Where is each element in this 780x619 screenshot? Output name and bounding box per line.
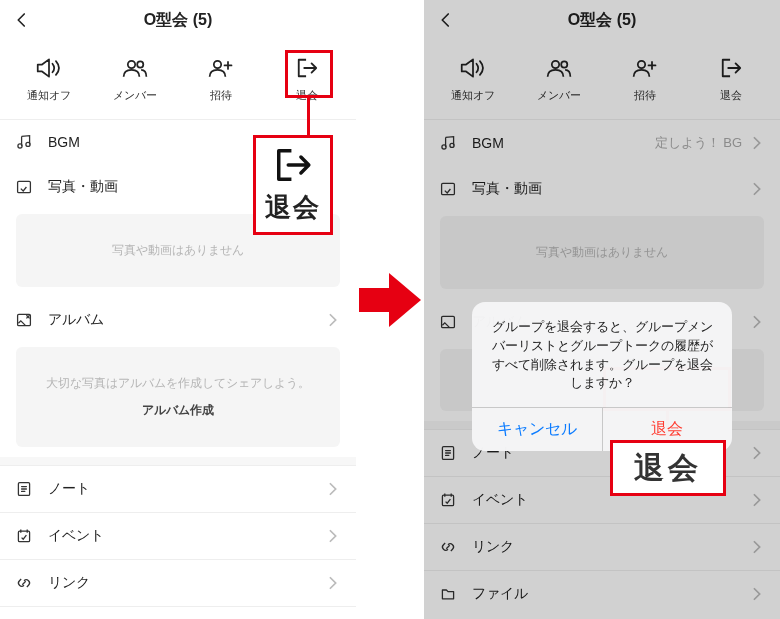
row-bgm-label: BGM (472, 135, 655, 151)
svg-point-9 (552, 61, 559, 68)
action-leave[interactable]: 退会 (691, 54, 771, 103)
photo-icon (16, 179, 38, 195)
callout-leave: 退会 (253, 135, 333, 235)
svg-point-11 (638, 61, 645, 68)
album-placeholder[interactable]: 大切な写真はアルバムを作成してシェアしよう。 アルバム作成 (16, 347, 340, 447)
action-invite-label: 招待 (634, 88, 656, 103)
row-links[interactable]: リンク (424, 523, 780, 570)
chevron-right-icon (326, 529, 340, 543)
svg-point-2 (214, 61, 221, 68)
action-mute-label: 通知オフ (451, 88, 495, 103)
row-events-label: イベント (48, 527, 318, 545)
row-links[interactable]: リンク (0, 559, 356, 606)
svg-rect-8 (18, 531, 29, 541)
calendar-icon (440, 492, 462, 508)
action-members-label: メンバー (537, 88, 581, 103)
chevron-right-icon (750, 136, 764, 150)
row-album[interactable]: アルバム (0, 297, 356, 343)
action-mute[interactable]: 通知オフ (433, 54, 513, 103)
row-events[interactable]: イベント (0, 512, 356, 559)
calendar-icon (16, 528, 38, 544)
row-files-label: ファイル (472, 585, 742, 603)
confirm-dialog: グループを退会すると、グループメンバーリストとグループトークの履歴がすべて削除さ… (472, 302, 732, 451)
page-title: O型会 (5) (432, 10, 772, 31)
media-placeholder: 写真や動画はありません (440, 216, 764, 289)
leave-icon (272, 146, 314, 184)
photo-icon (440, 181, 462, 197)
screen-after: O型会 (5) 通知オフ メンバー 招待 退会 (424, 0, 780, 619)
speaker-icon (36, 54, 62, 82)
chevron-right-icon (750, 493, 764, 507)
action-invite[interactable]: 招待 (605, 54, 685, 103)
svg-point-10 (561, 61, 567, 67)
highlight-leave-button (285, 50, 333, 98)
callout-leave-big: 退会 (610, 440, 726, 496)
album-placeholder-text: 大切な写真はアルバムを作成してシェアしよう。 (46, 376, 310, 390)
action-members[interactable]: メンバー (95, 54, 175, 103)
chevron-right-icon (750, 587, 764, 601)
action-invite[interactable]: 招待 (181, 54, 261, 103)
members-icon (545, 54, 573, 82)
dialog-cancel-button[interactable]: キャンセル (472, 408, 603, 451)
svg-point-1 (137, 61, 143, 67)
row-notes[interactable]: ノート (0, 465, 356, 512)
action-members-label: メンバー (113, 88, 157, 103)
row-files[interactable]: ファイル (424, 570, 780, 617)
row-files[interactable]: ファイル (0, 606, 356, 619)
chevron-right-icon (750, 315, 764, 329)
page-title: O型会 (5) (8, 10, 348, 31)
chevron-right-icon (750, 446, 764, 460)
highlight-connector (307, 98, 310, 136)
music-icon (16, 134, 38, 150)
folder-icon (440, 586, 462, 602)
screen-before: O型会 (5) 通知オフ メンバー 招待 退会 (0, 0, 356, 619)
link-icon (16, 575, 38, 591)
chevron-right-icon (326, 482, 340, 496)
row-notes-label: ノート (48, 480, 318, 498)
row-media-label: 写真・動画 (472, 180, 742, 198)
action-invite-label: 招待 (210, 88, 232, 103)
callout-big-label: 退会 (634, 448, 702, 489)
svg-point-13 (450, 143, 454, 147)
svg-rect-17 (442, 495, 453, 505)
action-mute-label: 通知オフ (27, 88, 71, 103)
link-icon (440, 539, 462, 555)
svg-point-0 (128, 61, 135, 68)
callout-label: 退会 (265, 190, 321, 225)
header: O型会 (5) (424, 0, 780, 40)
svg-point-4 (26, 142, 30, 146)
row-bgm-right: 定しよう！ BG (655, 134, 742, 152)
row-media[interactable]: 写真・動画 (424, 166, 780, 212)
action-leave-label: 退会 (720, 88, 742, 103)
row-events[interactable]: イベント (424, 476, 780, 523)
invite-icon (207, 54, 235, 82)
row-bgm[interactable]: BGM 定しよう！ BG (424, 120, 780, 166)
dialog-message: グループを退会すると、グループメンバーリストとグループトークの履歴がすべて削除さ… (472, 302, 732, 407)
album-create-cta[interactable]: アルバム作成 (28, 402, 328, 419)
album-icon (440, 314, 462, 330)
members-icon (121, 54, 149, 82)
music-icon (440, 135, 462, 151)
row-links-label: リンク (48, 574, 318, 592)
row-links-label: リンク (472, 538, 742, 556)
notes-icon (16, 481, 38, 497)
header: O型会 (5) (0, 0, 356, 40)
invite-icon (631, 54, 659, 82)
chevron-right-icon (326, 313, 340, 327)
transition-arrow (356, 0, 424, 619)
album-icon (16, 312, 38, 328)
chevron-right-icon (750, 182, 764, 196)
leave-icon (719, 54, 743, 82)
chevron-right-icon (750, 540, 764, 554)
row-album-label: アルバム (48, 311, 318, 329)
notes-icon (440, 445, 462, 461)
speaker-icon (460, 54, 486, 82)
chevron-right-icon (326, 576, 340, 590)
action-row: 通知オフ メンバー 招待 退会 (424, 40, 780, 120)
action-mute[interactable]: 通知オフ (9, 54, 89, 103)
action-members[interactable]: メンバー (519, 54, 599, 103)
